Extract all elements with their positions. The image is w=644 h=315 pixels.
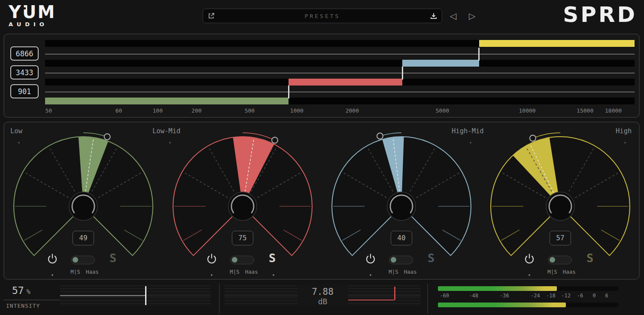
ms-haas-toggle-low[interactable] — [71, 256, 95, 264]
dial-value-low[interactable]: 49 — [73, 231, 94, 245]
band-track-low-mid — [45, 79, 635, 86]
width-slider-handle[interactable] — [394, 287, 395, 300]
freq-axis-label: 10000 — [519, 107, 536, 114]
freq-axis-label: 60 — [115, 107, 122, 114]
preset-label[interactable]: PRESETS — [215, 13, 430, 19]
meter-scale-label: -36 — [500, 293, 509, 299]
crossover-handle[interactable] — [478, 48, 480, 61]
toggle-knob — [73, 257, 78, 263]
ms-haas-toggle-high[interactable] — [548, 256, 572, 264]
freq-axis-label: 18000 — [605, 107, 622, 114]
mode-haas-label: Haas — [86, 269, 99, 275]
power-led — [370, 274, 371, 276]
dial-value-high[interactable]: 57 — [550, 231, 571, 245]
meter-scale-label: 0 — [593, 293, 596, 299]
dial-value-low-mid[interactable]: 75 — [232, 231, 253, 245]
mode-haas-label: Haas — [245, 269, 258, 275]
dial-gauge-high[interactable] — [481, 126, 640, 268]
crossover-handle[interactable] — [402, 67, 403, 80]
crossover-handle[interactable] — [288, 86, 289, 98]
intensity-label: INTENSITY — [6, 303, 40, 309]
band-dial-high-mid: 40SM|SHaas — [322, 126, 481, 277]
intensity-slider[interactable] — [60, 285, 210, 306]
ms-haas-toggle-low-mid[interactable] — [230, 256, 254, 264]
dial-gauge-low[interactable] — [4, 126, 163, 268]
dial-knob[interactable] — [228, 192, 257, 220]
meter-scale-label: -60 — [440, 293, 449, 299]
crossover-line — [45, 92, 635, 92]
width-db-slider[interactable]: 7.88 dB — [225, 285, 421, 306]
band-range-high[interactable] — [479, 40, 635, 47]
meter-fill-left — [438, 286, 557, 291]
dial-handle-ring[interactable] — [530, 135, 536, 141]
dial-gauge-high-mid[interactable] — [322, 126, 481, 268]
freq-axis-label: 100 — [152, 107, 162, 114]
ms-haas-label: M|SHaas — [59, 269, 110, 275]
meter-scale-label: -6 — [577, 293, 583, 299]
handle-arc — [83, 133, 107, 137]
sprd-logo: SPRD — [563, 3, 637, 27]
power-button-low[interactable] — [47, 253, 58, 264]
mode-ms-label: M|S — [230, 269, 240, 275]
previous-preset-button[interactable]: ◁ — [450, 11, 456, 21]
power-led — [529, 274, 530, 276]
crossover-freq-value[interactable]: 6866 — [10, 46, 39, 61]
dial-knob[interactable] — [69, 192, 97, 220]
freq-axis-label: 5000 — [436, 107, 449, 114]
export-preset-icon[interactable] — [207, 12, 215, 20]
dial-handle-ring[interactable] — [377, 133, 383, 139]
next-preset-button[interactable]: ▷ — [469, 11, 475, 21]
power-led — [52, 274, 53, 276]
solo-button-low[interactable]: S — [109, 251, 116, 265]
logo-eye-icon — [24, 7, 26, 9]
freq-axis-label: 15000 — [577, 107, 593, 114]
spectrum-panel: 5060100200500100020005000100001500018000… — [3, 34, 640, 118]
power-led — [211, 274, 213, 276]
power-button-high[interactable] — [524, 253, 535, 264]
band-range-low[interactable] — [45, 98, 289, 104]
width-readout: 7.88 dB — [298, 285, 348, 306]
dial-knob[interactable] — [387, 192, 416, 220]
intensity-separator — [3, 300, 60, 300]
mode-ms-label: M|S — [547, 269, 557, 275]
solo-led — [273, 274, 274, 276]
band-range-low-mid[interactable] — [289, 79, 402, 86]
ms-haas-label: M|SHaas — [377, 269, 428, 275]
dial-handle-ring[interactable] — [272, 137, 278, 143]
power-button-low-mid[interactable] — [207, 253, 217, 264]
dial-gauge-low-mid[interactable] — [163, 126, 322, 268]
band-range-high-mid[interactable] — [402, 60, 479, 67]
meter-scale-label: 6 — [605, 293, 608, 299]
ms-haas-toggle-high-mid[interactable] — [389, 256, 413, 264]
crossover-freq-value[interactable]: 3433 — [10, 65, 39, 80]
footer-divider — [427, 284, 428, 314]
intensity-slider-handle[interactable] — [145, 286, 146, 305]
mode-haas-label: Haas — [563, 269, 576, 275]
band-dial-low-mid: 75SM|SHaas — [163, 126, 322, 277]
toggle-knob — [550, 257, 555, 263]
dial-knob[interactable] — [546, 192, 574, 220]
crossover-line — [45, 54, 635, 55]
solo-button-high-mid[interactable]: S — [428, 251, 434, 265]
solo-button-high[interactable]: S — [586, 251, 593, 265]
ms-haas-label: M|SHaas — [218, 269, 270, 275]
preset-bar[interactable]: PRESETS — [203, 9, 442, 23]
solo-button-low-mid[interactable]: S — [269, 251, 276, 265]
band-dial-low: 49SM|SHaas — [4, 126, 163, 277]
intensity-fill — [60, 295, 145, 296]
freq-axis-label: 1000 — [290, 107, 304, 114]
yum-audio-logo: YUM AUDIO — [9, 3, 64, 28]
top-bar: YUM AUDIO PRESETS ◁ ▷ SPRD — [0, 0, 644, 33]
band-dial-high: 57SM|SHaas — [481, 126, 640, 277]
power-button-high-mid[interactable] — [365, 253, 376, 264]
width-unit: dB — [318, 297, 328, 306]
mode-ms-label: M|S — [70, 269, 80, 275]
spectrum-track-area: 5060100200500100020005000100001500018000 — [45, 34, 635, 117]
dials-panel: Low49SM|SHaasLow-Mid75SM|SHaasHigh-Mid40… — [3, 122, 640, 280]
crossover-freq-value[interactable]: 901 — [10, 84, 39, 98]
save-preset-icon[interactable] — [430, 12, 437, 20]
mode-ms-label: M|S — [389, 269, 398, 275]
ms-haas-label: M|SHaas — [536, 269, 587, 275]
dial-handle-ring[interactable] — [104, 134, 110, 140]
dial-value-high-mid[interactable]: 40 — [391, 231, 412, 245]
